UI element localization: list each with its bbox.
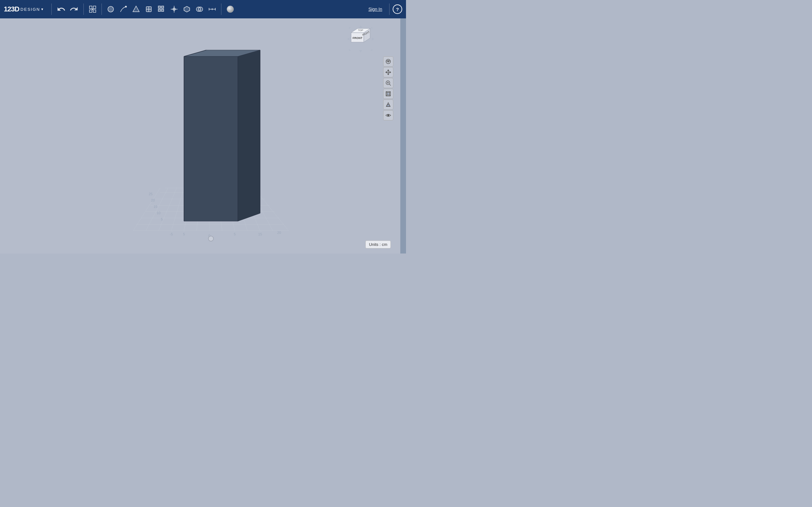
main-toolbar: 123D DESIGN ▾ [0, 0, 406, 18]
logo-area: 123D DESIGN ▾ [4, 5, 43, 13]
box-front-face [184, 56, 238, 221]
svg-point-5 [108, 6, 113, 12]
svg-rect-11 [158, 6, 160, 8]
fit-all-button[interactable] [383, 89, 393, 99]
3d-scene: -5 5 0 5 15 20 25 20 15 10 5 [0, 18, 400, 253]
svg-text:TOP: TOP [358, 29, 363, 32]
svg-text:FRONT: FRONT [353, 37, 362, 40]
svg-rect-3 [93, 10, 96, 12]
divider-4 [221, 3, 221, 15]
3d-viewport[interactable]: -5 5 0 5 15 20 25 20 15 10 5 [0, 18, 400, 253]
pan-button[interactable] [383, 67, 393, 77]
svg-marker-70 [370, 27, 372, 29]
svg-text:5: 5 [234, 232, 236, 236]
tools-group [105, 3, 218, 15]
modify-tool[interactable] [143, 3, 154, 15]
nav-controls-panel [383, 56, 393, 120]
svg-point-22 [227, 6, 234, 13]
primitives-tool[interactable] [105, 3, 116, 15]
svg-rect-86 [387, 93, 390, 95]
svg-rect-14 [161, 9, 164, 11]
sketch-tool[interactable] [118, 3, 129, 15]
svg-text:15: 15 [258, 232, 262, 236]
logo-design: DESIGN [20, 7, 40, 12]
visibility-button[interactable] [383, 110, 393, 120]
logo-text: 123D [4, 5, 19, 13]
zoom-button[interactable] [383, 78, 393, 88]
svg-marker-78 [388, 74, 389, 75]
help-button[interactable]: ? [393, 4, 402, 14]
svg-rect-13 [158, 9, 160, 11]
svg-marker-7 [133, 6, 139, 12]
box-right-face [238, 50, 260, 221]
svg-point-6 [125, 6, 126, 7]
units-label: Units : cm [365, 240, 391, 248]
grid-snap-tool[interactable] [87, 3, 98, 15]
svg-marker-69 [349, 27, 351, 29]
perspective-button[interactable] [383, 100, 393, 110]
divider-2 [84, 3, 84, 15]
svg-point-4 [92, 9, 93, 10]
svg-marker-80 [390, 72, 391, 73]
svg-marker-92 [386, 105, 390, 107]
svg-marker-67 [347, 38, 350, 41]
redo-button[interactable] [68, 3, 80, 15]
divider-1 [51, 3, 52, 15]
svg-rect-12 [161, 6, 164, 8]
svg-marker-72 [370, 49, 372, 51]
svg-point-15 [173, 8, 175, 10]
svg-text:5: 5 [183, 232, 185, 236]
sign-in-button[interactable]: Sign In [368, 7, 382, 12]
pattern-tool[interactable] [156, 3, 167, 15]
orbit-button[interactable] [383, 56, 393, 66]
svg-text:20: 20 [151, 199, 155, 202]
rotation-handle[interactable] [208, 236, 213, 241]
divider-3 [101, 3, 102, 15]
measure-tool[interactable] [206, 3, 218, 15]
svg-line-82 [390, 84, 391, 86]
svg-text:15: 15 [154, 205, 157, 209]
construct-tool[interactable] [131, 3, 142, 15]
divider-5 [389, 3, 390, 15]
svg-text:10: 10 [157, 211, 160, 215]
svg-text:5: 5 [161, 217, 163, 221]
svg-marker-68 [372, 38, 374, 41]
snap-tool[interactable] [168, 3, 180, 15]
svg-marker-71 [349, 49, 351, 51]
svg-marker-66 [359, 50, 362, 53]
svg-rect-0 [90, 6, 92, 9]
group-tool[interactable] [181, 3, 193, 15]
view-cube[interactable]: FRONT RIGHT TOP [346, 25, 375, 53]
svg-text:25: 25 [149, 192, 153, 196]
svg-text:-5: -5 [170, 232, 173, 236]
svg-rect-1 [93, 6, 96, 9]
logo-dropdown[interactable]: ▾ [41, 7, 43, 11]
svg-marker-65 [359, 25, 362, 28]
undo-button[interactable] [55, 3, 67, 15]
svg-point-17 [198, 7, 203, 11]
svg-point-93 [387, 114, 389, 116]
svg-text:20: 20 [277, 231, 281, 234]
svg-marker-79 [386, 72, 387, 73]
svg-marker-77 [388, 70, 389, 71]
boolean-tool[interactable] [194, 3, 205, 15]
right-panel-strip[interactable] [400, 18, 406, 253]
material-tool[interactable] [224, 3, 236, 15]
svg-rect-2 [90, 10, 92, 12]
